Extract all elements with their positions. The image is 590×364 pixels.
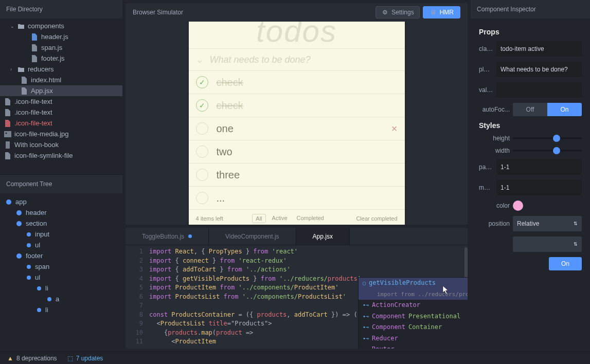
component-tree-node[interactable]: a xyxy=(6,294,116,304)
style-slider-height[interactable] xyxy=(513,137,582,139)
file-row[interactable]: index.html xyxy=(0,75,122,85)
snippet-icon: •⊸ xyxy=(363,334,369,343)
autocomplete-popup[interactable]: ▢getVisibleProductsimport from ../reduce… xyxy=(358,277,468,349)
inspector-header: Component Inspector xyxy=(471,0,590,19)
todo-item[interactable]: one× xyxy=(189,117,405,140)
todo-item[interactable]: ✓check xyxy=(189,70,405,94)
autocomplete-label: Component xyxy=(372,312,405,321)
check-circle-icon[interactable]: ✓ xyxy=(196,99,208,112)
file-label: reducers xyxy=(28,65,118,73)
editor-tab[interactable]: VideoComponent.js xyxy=(209,228,296,245)
autocomplete-label: Component xyxy=(372,323,405,332)
folder-row[interactable]: ⌄components xyxy=(0,21,122,31)
todo-item[interactable]: three xyxy=(189,163,405,186)
settings-button[interactable]: ⚙ Settings xyxy=(376,6,419,19)
file-row[interactable]: icon-file-media.jpg xyxy=(0,129,122,139)
file-label: With icon-book xyxy=(14,141,118,149)
toggle-on[interactable]: On xyxy=(547,103,582,116)
browser-simulator-panel: Browser Simulator ⚙ Settings 🖥 HMR todos… xyxy=(126,3,468,225)
component-tree-node[interactable]: header xyxy=(6,207,116,218)
tab-label: VideoComponent.js xyxy=(225,233,279,240)
editor-tab[interactable]: App.jsx xyxy=(296,228,350,245)
node-label: ul xyxy=(35,274,40,281)
node-dot-icon xyxy=(27,276,31,280)
file-row[interactable]: icon-file-symlink-file xyxy=(0,150,122,161)
component-tree-node[interactable]: ul xyxy=(6,240,116,250)
file-icon xyxy=(4,141,11,149)
folder-row[interactable]: ›reducers xyxy=(0,64,122,75)
component-tree-node[interactable]: li xyxy=(6,304,116,315)
component-tree-node[interactable]: footer xyxy=(6,250,116,261)
style-select-unknown[interactable]: ⇅ xyxy=(513,236,582,252)
autocomplete-item[interactable]: ▢getVisibleProducts xyxy=(359,278,468,289)
todo-text: ... xyxy=(217,192,398,204)
file-row[interactable]: .icon-file-text xyxy=(0,107,122,118)
select-chevron-icon: ⇅ xyxy=(574,242,578,247)
style-slider-width[interactable] xyxy=(513,150,582,152)
circle-icon[interactable] xyxy=(196,145,208,158)
file-row[interactable]: span.js xyxy=(0,42,122,53)
node-dot-icon xyxy=(16,253,22,259)
component-tree-node[interactable]: li xyxy=(6,283,116,294)
toggle-on[interactable]: On xyxy=(549,257,582,270)
file-row[interactable]: .icon-file-text xyxy=(0,96,122,107)
style-toggle-unknown[interactable]: On xyxy=(549,257,582,270)
close-icon[interactable]: × xyxy=(391,123,398,135)
autocomplete-item[interactable]: •⊸ActionCreator xyxy=(359,300,468,311)
autocomplete-item[interactable]: •⊸Router xyxy=(359,344,468,349)
component-tree-node[interactable]: input xyxy=(6,229,116,240)
color-swatch[interactable] xyxy=(513,201,523,211)
prop-label-value: value xyxy=(479,86,493,94)
component-tree-node[interactable]: span xyxy=(6,261,116,272)
toggle-off[interactable]: Off xyxy=(513,103,547,116)
component-tree-node[interactable]: ul xyxy=(6,272,116,283)
circle-icon[interactable] xyxy=(196,169,208,181)
chevron-down-icon[interactable]: ⌄ xyxy=(196,54,204,65)
check-circle-icon[interactable]: ✓ xyxy=(196,76,208,88)
svg-rect-0 xyxy=(4,131,11,137)
code-area[interactable]: 1234567891011 import React, { PropTypes … xyxy=(126,245,468,349)
component-tree-node[interactable]: section xyxy=(6,218,116,229)
circle-icon[interactable] xyxy=(196,122,208,135)
circle-icon[interactable] xyxy=(196,192,208,204)
tab-label: App.jsx xyxy=(313,233,333,240)
style-select-position[interactable]: Relative ⇅ xyxy=(513,216,582,231)
file-row[interactable]: .icon-file-text xyxy=(0,118,122,129)
todo-item[interactable]: ... xyxy=(189,186,405,209)
file-icon xyxy=(31,55,38,62)
status-deprecations[interactable]: ▲ 8 deprecations xyxy=(7,355,57,362)
hmr-button[interactable]: 🖥 HMR xyxy=(423,6,460,19)
prop-input-classname[interactable] xyxy=(496,41,582,57)
todo-clear-completed[interactable]: Clear completed xyxy=(356,215,397,222)
autocomplete-item[interactable]: •⊸ComponentPresentational xyxy=(359,311,468,322)
editor-tabs: ToggleButton.jsVideoComponent.jsApp.jsx xyxy=(126,228,468,245)
chevron-icon: › xyxy=(10,67,14,72)
file-label: header.js xyxy=(41,33,118,41)
todo-filter-completed[interactable]: Completed xyxy=(294,214,327,223)
todo-item[interactable]: two xyxy=(189,140,405,163)
style-input-margin[interactable] xyxy=(496,180,582,195)
file-row[interactable]: footer.js xyxy=(0,53,122,64)
statusbar: ▲ 8 deprecations ⬚ 7 updates xyxy=(0,352,590,364)
style-input-padding[interactable] xyxy=(496,159,582,175)
prop-toggle-autofocus[interactable]: Off On xyxy=(513,103,582,116)
editor-tab[interactable]: ToggleButton.js xyxy=(126,228,209,245)
file-icon xyxy=(21,87,28,95)
file-row[interactable]: With icon-book xyxy=(0,139,122,150)
prop-input-value[interactable] xyxy=(496,82,582,98)
file-icon xyxy=(21,77,28,84)
prop-input-placeholder[interactable] xyxy=(496,62,582,77)
file-row[interactable]: App.jsx xyxy=(0,85,122,96)
todo-filter-active[interactable]: Active xyxy=(269,214,291,223)
todo-input-row[interactable]: ⌄ What needs to be done? xyxy=(189,48,405,70)
component-tree-node[interactable]: app xyxy=(6,196,116,207)
cursor-icon xyxy=(442,285,450,297)
status-updates[interactable]: ⬚ 7 updates xyxy=(67,355,103,362)
autocomplete-item[interactable]: •⊸ComponentContainer xyxy=(359,322,468,333)
todo-item[interactable]: ✓check xyxy=(189,94,405,117)
autocomplete-item[interactable]: •⊸Reducer xyxy=(359,333,468,344)
autocomplete-label: getVisibleProducts xyxy=(369,279,436,288)
file-row[interactable]: header.js xyxy=(0,31,122,42)
select-chevron-icon: ⇅ xyxy=(574,221,578,226)
todo-filter-all[interactable]: All xyxy=(252,214,265,223)
